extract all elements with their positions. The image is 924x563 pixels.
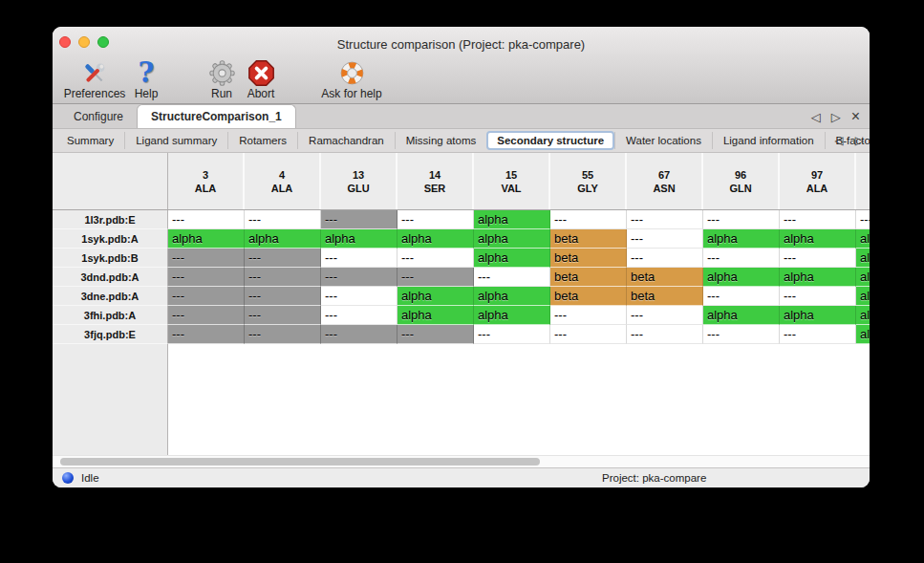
column-header-14[interactable]: 14SER — [398, 153, 474, 209]
structure-cell[interactable]: --- — [780, 249, 856, 268]
subtab-ligand-information[interactable]: Ligand information — [712, 132, 825, 149]
subtab-water-locations[interactable]: Water locations — [614, 132, 712, 149]
column-header-4[interactable]: 4ALA — [245, 153, 321, 209]
structure-cell[interactable]: alpha — [703, 306, 780, 325]
column-header-3[interactable]: 3ALA — [168, 153, 245, 209]
structure-cell[interactable]: alpha — [780, 268, 856, 287]
structure-cell[interactable]: alpha — [856, 325, 870, 344]
structure-cell[interactable]: alpha — [474, 229, 550, 249]
structure-cell[interactable]: --- — [245, 306, 321, 325]
subtab-missing-atoms[interactable]: Missing atoms — [395, 132, 487, 149]
structure-cell[interactable]: alpha — [856, 268, 870, 287]
structure-cell[interactable]: --- — [168, 268, 245, 287]
tab-configure[interactable]: Configure — [60, 105, 137, 128]
column-header-97[interactable]: 97ALA — [780, 153, 856, 209]
row-label[interactable]: 3fjq.pdb:E — [53, 325, 168, 344]
structure-cell[interactable]: alpha — [398, 229, 474, 249]
structure-cell[interactable]: alpha — [703, 229, 780, 249]
structure-cell[interactable]: beta — [550, 287, 627, 306]
row-label[interactable]: 3dne.pdb:A — [53, 287, 168, 306]
structure-cell[interactable]: alpha — [856, 306, 870, 325]
structure-cell[interactable]: beta — [550, 229, 627, 249]
structure-cell[interactable]: --- — [780, 210, 856, 229]
structure-cell[interactable]: --- — [550, 306, 627, 325]
structure-cell[interactable]: --- — [627, 229, 703, 249]
structure-cell[interactable]: --- — [398, 268, 474, 287]
structure-cell[interactable]: alpha — [856, 229, 870, 249]
structure-cell[interactable]: --- — [780, 287, 856, 306]
structure-cell[interactable]: alpha — [398, 306, 474, 325]
zoom-window-button[interactable] — [97, 36, 109, 48]
tab-structurecomparison-1[interactable]: StructureComparison_1 — [137, 104, 296, 128]
structure-cell[interactable]: --- — [321, 268, 398, 287]
structure-cell[interactable]: --- — [168, 287, 245, 306]
structure-cell[interactable]: --- — [245, 249, 321, 268]
structure-cell[interactable]: --- — [550, 325, 627, 344]
structure-cell[interactable]: alpha — [321, 229, 398, 249]
ask-for-help-button[interactable]: Ask for help — [311, 58, 393, 102]
subtab-prev-icon[interactable]: ◁ — [835, 134, 844, 147]
horizontal-scrollbar[interactable] — [53, 455, 870, 467]
column-header-13[interactable]: 13GLU — [321, 153, 398, 209]
structure-cell[interactable]: alpha — [856, 287, 870, 306]
structure-cell[interactable]: alpha — [474, 249, 550, 268]
structure-cell[interactable]: --- — [703, 249, 780, 268]
structure-cell[interactable]: alpha — [474, 306, 550, 325]
subtab-ramachandran[interactable]: Ramachandran — [297, 132, 395, 149]
structure-cell[interactable]: alpha — [780, 306, 856, 325]
structure-cell[interactable]: --- — [780, 325, 856, 344]
column-header-96[interactable]: 96GLN — [703, 153, 780, 209]
structure-cell[interactable]: --- — [321, 210, 398, 229]
structure-cell[interactable]: --- — [168, 210, 245, 229]
structure-cell[interactable]: --- — [398, 325, 474, 344]
structure-cell[interactable]: beta — [550, 249, 627, 268]
structure-cell[interactable]: --- — [627, 210, 703, 229]
structure-cell[interactable]: --- — [703, 287, 780, 306]
row-label[interactable]: 1l3r.pdb:E — [53, 210, 168, 229]
structure-cell[interactable]: beta — [627, 287, 703, 306]
column-header-55[interactable]: 55GLY — [550, 153, 627, 209]
close-window-button[interactable] — [59, 36, 71, 48]
structure-cell[interactable]: --- — [627, 306, 703, 325]
subtab-summary[interactable]: Summary — [56, 132, 124, 149]
structure-cell[interactable]: --- — [474, 268, 550, 287]
structure-cell[interactable]: --- — [398, 249, 474, 268]
row-label[interactable]: 1syk.pdb:A — [53, 229, 168, 249]
row-label[interactable]: 3dnd.pdb:A — [53, 268, 168, 287]
structure-cell[interactable]: alpha — [168, 229, 245, 249]
tab-prev-icon[interactable]: ◁ — [811, 110, 821, 124]
subtab-rotamers[interactable]: Rotamers — [227, 132, 297, 149]
structure-cell[interactable]: --- — [703, 210, 780, 229]
structure-cell[interactable]: alpha — [474, 210, 550, 229]
structure-cell[interactable]: alpha — [398, 287, 474, 306]
structure-cell[interactable]: --- — [321, 325, 398, 344]
preferences-button[interactable]: Preferences — [58, 58, 131, 102]
structure-cell[interactable]: beta — [550, 268, 627, 287]
minimize-window-button[interactable] — [78, 36, 90, 48]
structure-cell[interactable]: --- — [321, 287, 398, 306]
structure-cell[interactable]: --- — [321, 249, 398, 268]
structure-cell[interactable]: alpha — [703, 268, 780, 287]
structure-cell[interactable]: --- — [168, 249, 245, 268]
column-header-67[interactable]: 67ASN — [627, 153, 703, 209]
structure-cell[interactable]: beta — [627, 268, 703, 287]
structure-cell[interactable]: --- — [627, 249, 703, 268]
structure-cell[interactable]: alpha — [856, 249, 870, 268]
structure-cell[interactable]: --- — [168, 306, 245, 325]
structure-cell[interactable]: --- — [168, 325, 245, 344]
structure-cell[interactable]: alpha — [780, 229, 856, 249]
structure-cell[interactable]: --- — [703, 325, 780, 344]
column-header-15[interactable]: 15VAL — [474, 153, 550, 209]
structure-cell[interactable]: --- — [245, 268, 321, 287]
structure-cell[interactable]: alpha — [474, 287, 550, 306]
tab-next-icon[interactable]: ▷ — [831, 110, 841, 124]
tab-close-icon[interactable]: × — [851, 108, 860, 125]
row-label[interactable]: 1syk.pdb:B — [53, 249, 168, 268]
subtab-next-icon[interactable]: ▷ — [855, 134, 864, 147]
structure-cell[interactable]: alpha — [245, 229, 321, 249]
structure-cell[interactable]: --- — [550, 210, 627, 229]
structure-cell[interactable]: --- — [245, 325, 321, 344]
row-label[interactable]: 3fhi.pdb:A — [53, 306, 168, 325]
structure-cell[interactable]: --- — [856, 210, 870, 229]
structure-cell[interactable]: --- — [398, 210, 474, 229]
